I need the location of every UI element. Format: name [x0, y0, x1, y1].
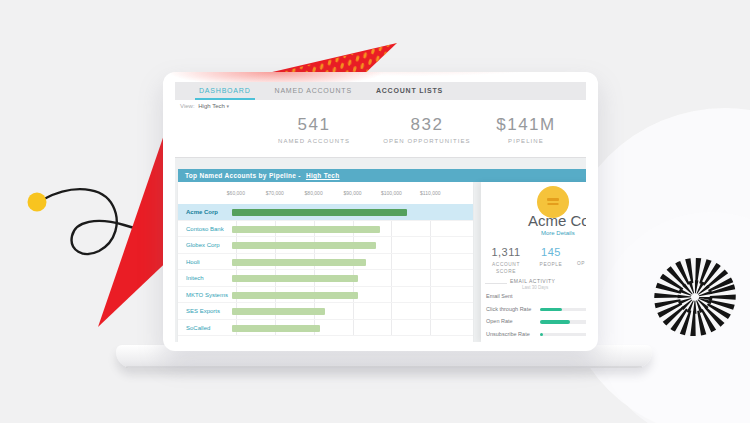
more-details-link[interactable]: More Details — [541, 230, 575, 236]
metric-label: Open Rate — [486, 318, 513, 324]
chart-row-initech[interactable]: Initech — [178, 270, 473, 287]
summary-stat: $141MPIPELINE — [496, 115, 555, 144]
category-label: SES Exports — [186, 308, 220, 314]
chart-row-ses-exports[interactable]: SES Exports — [178, 303, 473, 320]
chart-row-mkto-systems[interactable]: MKTO Systems — [178, 287, 473, 304]
banner-title: Top Named Accounts by Pipeline - — [185, 172, 301, 179]
stat-label: OPEN OPPORTUNITIES — [383, 138, 470, 144]
chart-row-contoso-bank[interactable]: Contoso Bank — [178, 221, 473, 238]
pipeline-bar — [232, 275, 358, 282]
chart-banner: Top Named Accounts by Pipeline - High Te… — [178, 169, 586, 182]
panel-stat-value: 145 — [533, 246, 569, 258]
account-detail-panel: Acme Corp More Details 1,311ACCOUNT SCOR… — [481, 182, 586, 342]
category-label: SoCalled — [186, 325, 210, 331]
summary-stat: 832OPEN OPPORTUNITIES — [383, 115, 470, 144]
stat-label: PIPELINE — [496, 138, 555, 144]
chart-row-socalled[interactable]: SoCalled — [178, 320, 473, 337]
metric-bar-track — [540, 308, 586, 312]
pipeline-bar — [232, 292, 358, 299]
category-label: MKTO Systems — [186, 292, 228, 298]
tab-account-lists[interactable]: ACCOUNT LISTS — [376, 82, 443, 100]
category-label: Acme Corp — [186, 209, 218, 215]
banner-filter-link[interactable]: High Tech — [306, 172, 340, 179]
email-metric-open-rate: Open Rate — [481, 315, 586, 328]
tab-named-accounts[interactable]: NAMED ACCOUNTS — [275, 82, 352, 100]
stat-label: NAMED ACCOUNTS — [278, 138, 350, 144]
metric-bar-track — [540, 333, 586, 337]
metric-bar-fill — [540, 308, 562, 312]
email-activity-title: EMAIL ACTIVITY — [510, 278, 555, 284]
pipeline-bar — [232, 226, 380, 233]
email-metric-unsubscribe-rate: Unsubscribe Rate — [481, 328, 586, 341]
chart-row-globex-corp[interactable]: Globex Corp — [178, 237, 473, 254]
x-tick-label: $100,000 — [381, 190, 402, 196]
x-tick-label: $110,000 — [420, 190, 440, 196]
metric-bar-fill — [540, 320, 570, 324]
pipeline-bar-chart: $60,000$70,000$80,000$90,000$100,000$110… — [178, 182, 473, 342]
clipped-stat-label: OP — [577, 261, 585, 266]
category-label: Initech — [186, 275, 204, 281]
panel-stat: 1,311ACCOUNT SCORE — [488, 246, 524, 275]
laptop-screen: DASHBOARDNAMED ACCOUNTSACCOUNT LISTS Vie… — [163, 72, 598, 351]
x-tick-label: $60,000 — [227, 190, 245, 196]
pipeline-bar — [232, 242, 376, 249]
email-metric-click-through-rate: Click through Rate — [481, 303, 586, 316]
panel-stat-value: 1,311 — [488, 246, 524, 258]
chart-row-acme-corp[interactable]: Acme Corp — [178, 204, 473, 221]
stat-value: 541 — [278, 115, 350, 135]
metric-label: Email Sent — [486, 293, 513, 299]
summary-stat: 541NAMED ACCOUNTS — [278, 115, 350, 144]
divider — [485, 283, 507, 284]
category-label: Globex Corp — [186, 242, 220, 248]
view-value: High Tech — [198, 103, 225, 109]
stat-value: 832 — [383, 115, 470, 135]
chart-rows: Acme CorpContoso BankGlobex CorpHooliIni… — [178, 204, 473, 342]
pipeline-bar — [232, 209, 407, 216]
chevron-down-icon: ▾ — [227, 103, 230, 109]
x-tick-label: $80,000 — [305, 190, 323, 196]
email-metric-email-sent: Email Sent — [481, 290, 586, 303]
category-label: Hooli — [186, 259, 200, 265]
metric-label: Click through Rate — [486, 306, 531, 312]
x-tick-label: $70,000 — [266, 190, 284, 196]
pipeline-bar — [232, 259, 366, 266]
pipeline-bar — [232, 325, 320, 332]
yellow-dot-decoration — [28, 193, 47, 212]
view-label: View: — [180, 103, 195, 109]
chart-x-axis: $60,000$70,000$80,000$90,000$100,000$110… — [178, 182, 473, 204]
panel-stat-label: PEOPLE — [533, 261, 569, 268]
metric-bar-fill — [540, 333, 543, 337]
metric-bar-track — [540, 320, 586, 324]
metric-label: Unsubscribe Rate — [486, 331, 530, 337]
view-dropdown[interactable]: View: High Tech ▾ — [180, 103, 229, 109]
panel-stat-label: ACCOUNT SCORE — [488, 261, 524, 275]
pipeline-bar — [232, 308, 325, 315]
summary-section: View: High Tech ▾ 541NAMED ACCOUNTS832OP… — [175, 100, 586, 158]
stat-value: $141M — [496, 115, 555, 135]
tab-dashboard[interactable]: DASHBOARD — [199, 82, 251, 100]
dashboard-app: DASHBOARDNAMED ACCOUNTSACCOUNT LISTS Vie… — [175, 82, 586, 342]
marketing-hero: DASHBOARDNAMED ACCOUNTSACCOUNT LISTS Vie… — [0, 0, 750, 423]
tab-bar: DASHBOARDNAMED ACCOUNTSACCOUNT LISTS — [175, 82, 586, 100]
account-name: Acme Corp — [528, 212, 586, 229]
chart-row-hooli[interactable]: Hooli — [178, 254, 473, 271]
category-label: Contoso Bank — [186, 226, 224, 232]
panel-stat: 145PEOPLE — [533, 246, 569, 268]
x-tick-label: $90,000 — [343, 190, 361, 196]
